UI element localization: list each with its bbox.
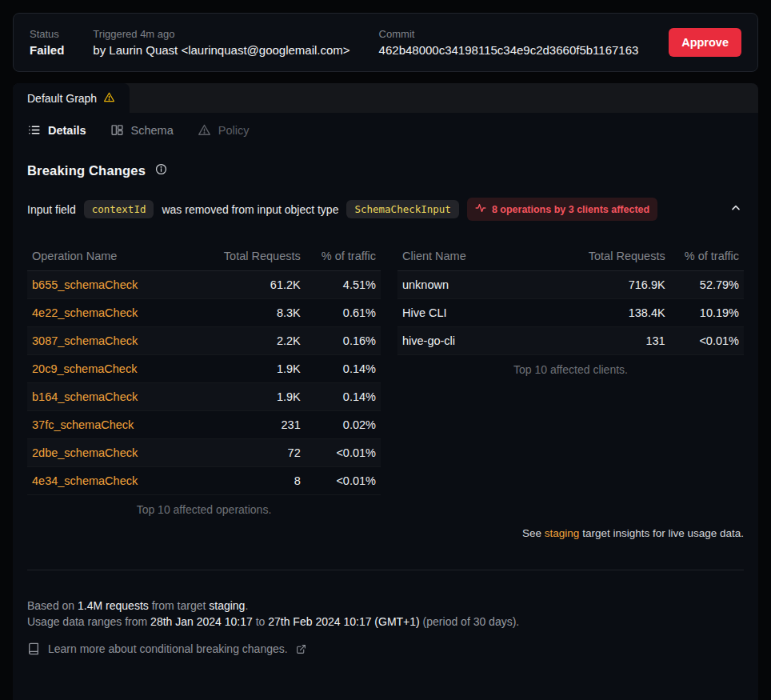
clients-table: Client Name Total Requests % of traffic …	[397, 242, 744, 355]
learn-more-link[interactable]: Learn more about conditional breaking ch…	[27, 642, 744, 655]
operation-link[interactable]: 20c9_schemaCheck	[27, 355, 204, 383]
panels-icon	[110, 123, 124, 137]
traffic-percent-cell: 10.19%	[670, 299, 744, 327]
total-requests-cell: 2.2K	[204, 327, 306, 355]
status-field: Status Failed	[30, 28, 64, 57]
total-requests-cell: 131	[570, 327, 669, 355]
table-row: 20c9_schemaCheck1.9K0.14%	[27, 355, 381, 383]
staging-target-link[interactable]: staging	[545, 527, 580, 539]
summary-range-start: 28th Jan 2024 10:17	[150, 615, 253, 628]
commit-label: Commit	[379, 28, 639, 40]
usage-summary: Based on 1.4M requests from target stagi…	[27, 598, 744, 630]
tab-details[interactable]: Details	[27, 123, 86, 137]
traffic-percent-cell: 0.02%	[306, 411, 381, 439]
insights-note-post: target insights for live usage data.	[579, 527, 744, 539]
traffic-percent-cell: 0.16%	[306, 327, 381, 355]
learn-more-label: Learn more about conditional breaking ch…	[48, 642, 288, 655]
graph-tab-strip: Default Graph	[13, 83, 758, 113]
summary-period: (period of 30 days).	[420, 615, 520, 628]
total-requests-cell: 61.2K	[204, 271, 306, 299]
usage-tables: Operation Name Total Requests % of traff…	[27, 242, 744, 516]
tab-schema[interactable]: Schema	[110, 123, 174, 137]
tab-policy[interactable]: Policy	[198, 123, 250, 137]
check-status-card: Status Failed Triggered 4m ago by Laurin…	[13, 13, 758, 72]
summary-ranges-pre: Usage data ranges from	[27, 615, 150, 628]
traffic-percent-header: % of traffic	[306, 242, 381, 271]
clients-column: Client Name Total Requests % of traffic …	[397, 242, 744, 516]
change-text-prefix: Input field	[27, 203, 76, 216]
traffic-percent-cell: <0.01%	[306, 467, 381, 495]
table-row: b655_schemaCheck61.2K4.51%	[27, 271, 381, 299]
total-requests-cell: 1.9K	[204, 355, 306, 383]
status-value: Failed	[30, 43, 64, 57]
operation-link[interactable]: 4e22_schemaCheck	[27, 299, 204, 327]
table-row: hive-go-cli131<0.01%	[397, 327, 744, 355]
type-name-chip: SchemaCheckInput	[346, 200, 458, 218]
summary-line-1: Based on 1.4M requests from target stagi…	[27, 598, 744, 614]
table-row: 4e22_schemaCheck8.3K0.61%	[27, 299, 381, 327]
clients-footnote: Top 10 affected clients.	[397, 363, 744, 376]
operation-name-header: Operation Name	[27, 242, 204, 271]
client-name-cell: Hive CLI	[397, 299, 571, 327]
table-row: Hive CLI138.4K10.19%	[397, 299, 744, 327]
client-name-cell: unknown	[397, 271, 571, 299]
commit-field: Commit 462b48000c34198115c34e9c2d3660f5b…	[379, 28, 639, 57]
table-row: 4e34_schemaCheck8<0.01%	[27, 467, 381, 495]
table-row: b164_schemaCheck1.9K0.14%	[27, 383, 381, 411]
total-requests-cell: 8	[204, 467, 306, 495]
summary-line-2: Usage data ranges from 28th Jan 2024 10:…	[27, 614, 744, 630]
operation-link[interactable]: 3087_schemaCheck	[27, 327, 204, 355]
table-row: 3087_schemaCheck2.2K0.16%	[27, 327, 381, 355]
insights-note: See staging target insights for live usa…	[27, 527, 744, 539]
operations-footnote: Top 10 affected operations.	[27, 503, 381, 516]
operation-link[interactable]: 37fc_schemaCheck	[27, 411, 204, 439]
client-name-cell: hive-go-cli	[397, 327, 571, 355]
triggered-by: by Laurin Quast <laurinquast@googlemail.…	[93, 43, 350, 57]
summary-target-name: staging	[209, 599, 245, 612]
table-row: 37fc_schemaCheck2310.02%	[27, 411, 381, 439]
traffic-percent-cell: 4.51%	[306, 271, 381, 299]
traffic-percent-header: % of traffic	[670, 242, 744, 271]
info-circle-icon[interactable]	[155, 163, 167, 178]
tab-policy-label: Policy	[218, 124, 250, 137]
summary-request-count: 1.4M requests	[78, 599, 149, 612]
operation-link[interactable]: b655_schemaCheck	[27, 271, 204, 299]
tab-default-graph[interactable]: Default Graph	[13, 83, 130, 113]
traffic-percent-cell: <0.01%	[306, 439, 381, 467]
summary-from-target: from target	[149, 599, 209, 612]
operations-table-header-row: Operation Name Total Requests % of traff…	[27, 242, 381, 271]
collapse-change-button[interactable]	[728, 200, 744, 218]
list-icon	[27, 123, 41, 137]
total-requests-header: Total Requests	[204, 242, 306, 271]
change-text-middle: was removed from input object type	[162, 203, 338, 216]
approve-button[interactable]: Approve	[669, 28, 741, 57]
operation-link[interactable]: b164_schemaCheck	[27, 383, 204, 411]
footer-divider	[27, 570, 744, 570]
client-name-header: Client Name	[397, 242, 571, 271]
total-requests-cell: 72	[204, 439, 306, 467]
breaking-change-row[interactable]: Input field contextId was removed from i…	[27, 198, 744, 221]
operation-link[interactable]: 4e34_schemaCheck	[27, 467, 204, 495]
traffic-percent-cell: <0.01%	[670, 327, 744, 355]
insights-note-pre: See	[522, 527, 545, 539]
schema-check-panel: Default Graph Details Schema Policy B	[13, 83, 758, 700]
clients-table-header-row: Client Name Total Requests % of traffic	[397, 242, 744, 271]
summary-to: to	[253, 615, 268, 628]
tab-details-label: Details	[48, 124, 86, 137]
traffic-percent-cell: 52.79%	[670, 271, 744, 299]
affected-operations-badge: 8 operations by 3 clients affected	[467, 198, 657, 221]
tab-schema-label: Schema	[131, 124, 174, 137]
check-nav-tabs: Details Schema Policy	[13, 113, 758, 146]
warning-triangle-icon	[103, 91, 115, 106]
summary-range-end: 27th Feb 2024 10:17 (GMT+1)	[268, 615, 420, 628]
total-requests-cell: 8.3K	[204, 299, 306, 327]
operations-table: Operation Name Total Requests % of traff…	[27, 242, 381, 495]
traffic-percent-cell: 0.14%	[306, 355, 381, 383]
total-requests-cell: 716.9K	[570, 271, 669, 299]
operation-link[interactable]: 2dbe_schemaCheck	[27, 439, 204, 467]
status-label: Status	[30, 28, 64, 40]
total-requests-header: Total Requests	[570, 242, 669, 271]
total-requests-cell: 1.9K	[204, 383, 306, 411]
traffic-percent-cell: 0.61%	[306, 299, 381, 327]
affected-badge-label: 8 operations by 3 clients affected	[492, 204, 649, 215]
